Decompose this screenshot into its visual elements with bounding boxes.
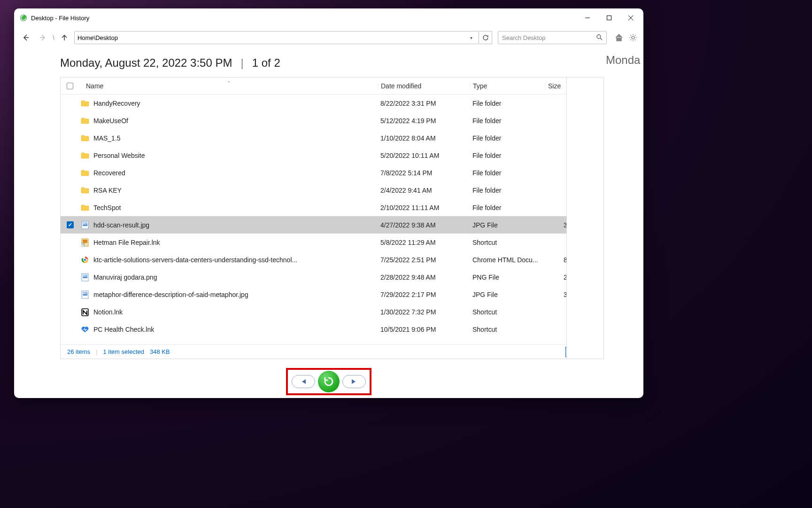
file-table: ⌃ Name Date modified Type Size HandyReco… bbox=[60, 77, 597, 359]
table-row[interactable]: Recovered7/8/2022 5:14 PMFile folder bbox=[61, 164, 596, 181]
up-button[interactable] bbox=[57, 31, 71, 45]
content-area: Monday, August 22, 2022 3:50 PM | 1 of 2… bbox=[14, 48, 643, 398]
file-type: Shortcut bbox=[470, 239, 545, 246]
select-all-checkbox[interactable] bbox=[67, 83, 73, 89]
minimize-button[interactable] bbox=[577, 10, 598, 25]
file-name: ktc-article-solutions-servers-data-cente… bbox=[91, 256, 378, 264]
table-row[interactable]: Manuviraj godara.png2/28/2022 9:48 AMPNG… bbox=[61, 268, 596, 286]
file-modified: 10/5/2021 9:06 PM bbox=[378, 326, 470, 333]
file-modified: 2/28/2022 9:48 AM bbox=[378, 274, 470, 281]
file-type: Shortcut bbox=[470, 308, 545, 316]
folder-icon bbox=[79, 152, 91, 159]
close-button[interactable] bbox=[620, 10, 642, 25]
snapshot-header: Monday, August 22, 2022 3:50 PM | 1 of 2… bbox=[14, 48, 643, 77]
column-date-modified[interactable]: Date modified bbox=[378, 82, 470, 90]
app-icon bbox=[20, 14, 27, 22]
next-snapshot-panel[interactable] bbox=[566, 77, 604, 359]
file-modified: 7/25/2022 2:51 PM bbox=[378, 256, 470, 264]
column-name[interactable]: ⌃ Name bbox=[79, 82, 378, 90]
file-type: JPG File bbox=[470, 291, 545, 298]
separator: \ bbox=[53, 34, 54, 41]
file-modified: 2/10/2022 11:11 AM bbox=[378, 204, 470, 211]
image-icon bbox=[79, 290, 91, 299]
svg-rect-2 bbox=[607, 16, 611, 20]
file-type: Shortcut bbox=[470, 326, 545, 333]
maximize-button[interactable] bbox=[598, 10, 620, 25]
restore-button[interactable] bbox=[318, 371, 340, 392]
refresh-button[interactable] bbox=[479, 31, 492, 44]
window-title: Desktop - File History bbox=[31, 15, 577, 22]
file-modified: 5/20/2022 10:11 AM bbox=[378, 152, 470, 159]
file-name: Hetman File Repair.lnk bbox=[91, 239, 378, 246]
sort-indicator-icon: ⌃ bbox=[227, 80, 231, 86]
folder-icon bbox=[79, 135, 91, 141]
header-divider: | bbox=[240, 56, 243, 70]
file-type: File folder bbox=[470, 187, 545, 194]
file-name: MakeUseOf bbox=[91, 117, 378, 125]
image-icon bbox=[79, 273, 91, 281]
gear-icon[interactable] bbox=[627, 32, 639, 43]
file-type: File folder bbox=[470, 117, 545, 125]
table-row[interactable]: Notion.lnk1/30/2022 7:32 PMShortcut3 KB bbox=[61, 303, 596, 320]
chrome-icon bbox=[79, 256, 91, 264]
file-modified: 8/22/2022 3:31 PM bbox=[378, 100, 470, 107]
file-type: File folder bbox=[470, 204, 545, 211]
folder-icon bbox=[79, 204, 91, 211]
table-row[interactable]: Personal Website5/20/2022 10:11 AMFile f… bbox=[61, 147, 596, 164]
folder-icon bbox=[79, 170, 91, 176]
next-snapshot-peek: Monda bbox=[606, 54, 643, 67]
file-modified: 5/12/2022 4:19 PM bbox=[378, 117, 470, 125]
file-type: PNG File bbox=[470, 274, 545, 281]
table-row[interactable]: MAS_1.51/10/2022 8:04 AMFile folder bbox=[61, 129, 596, 147]
file-name: TechSpot bbox=[91, 204, 378, 211]
file-modified: 5/8/2022 11:29 AM bbox=[378, 239, 470, 246]
file-type: JPG File bbox=[470, 221, 545, 229]
back-button[interactable] bbox=[19, 31, 33, 45]
search-icon bbox=[596, 34, 603, 42]
svg-line-8 bbox=[600, 38, 602, 40]
table-row[interactable]: RSA KEY2/4/2022 9:41 AMFile folder bbox=[61, 181, 596, 199]
file-modified: 7/8/2022 5:14 PM bbox=[378, 169, 470, 177]
table-row[interactable]: hdd-scan-result.jpg4/27/2022 9:38 AMJPG … bbox=[61, 216, 596, 234]
svg-point-7 bbox=[597, 35, 601, 39]
file-name: HandyRecovery bbox=[91, 100, 378, 107]
file-modified: 1/30/2022 7:32 PM bbox=[378, 308, 470, 316]
pchealth-icon bbox=[79, 325, 91, 334]
search-input[interactable]: Search Desktop bbox=[498, 31, 607, 44]
snapshot-date: Monday, August 22, 2022 3:50 PM bbox=[60, 56, 232, 70]
previous-version-button[interactable] bbox=[292, 375, 315, 388]
file-name: metaphor-difference-description-of-said-… bbox=[91, 291, 378, 298]
table-row[interactable]: Hetman File Repair.lnk5/8/2022 11:29 AMS… bbox=[61, 234, 596, 251]
file-name: Notion.lnk bbox=[91, 308, 378, 316]
file-type: File folder bbox=[470, 134, 545, 142]
table-row[interactable]: metaphor-difference-description-of-said-… bbox=[61, 286, 596, 303]
table-row[interactable]: TechSpot2/10/2022 11:11 AMFile folder bbox=[61, 199, 596, 216]
titlebar: Desktop - File History bbox=[14, 8, 643, 27]
file-name: RSA KEY bbox=[91, 187, 378, 194]
table-row[interactable]: HandyRecovery8/22/2022 3:31 PMFile folde… bbox=[61, 94, 596, 112]
address-bar[interactable]: Home\Desktop ▾ bbox=[74, 31, 479, 44]
table-row[interactable]: MakeUseOf5/12/2022 4:19 PMFile folder bbox=[61, 112, 596, 129]
window-controls bbox=[577, 10, 642, 25]
forward-button[interactable] bbox=[36, 31, 50, 45]
folder-icon bbox=[79, 100, 91, 107]
file-modified: 2/4/2022 9:41 AM bbox=[378, 187, 470, 194]
next-version-button[interactable] bbox=[342, 375, 366, 388]
home-icon[interactable] bbox=[613, 32, 625, 43]
file-modified: 7/29/2022 2:17 PM bbox=[378, 291, 470, 298]
address-text: Home\Desktop bbox=[77, 34, 466, 41]
folder-icon bbox=[79, 187, 91, 194]
table-row[interactable]: PC Health Check.lnk10/5/2021 9:06 PMShor… bbox=[61, 320, 596, 338]
file-name: Recovered bbox=[91, 169, 378, 177]
file-modified: 1/10/2022 8:04 AM bbox=[378, 134, 470, 142]
svg-rect-14 bbox=[83, 240, 87, 243]
column-type[interactable]: Type bbox=[470, 82, 545, 90]
table-row[interactable]: ktc-article-solutions-servers-data-cente… bbox=[61, 251, 596, 268]
file-name: PC Health Check.lnk bbox=[91, 326, 378, 333]
chevron-down-icon[interactable]: ▾ bbox=[466, 35, 476, 40]
snapshot-nav-controls bbox=[286, 368, 371, 395]
file-modified: 4/27/2022 9:38 AM bbox=[378, 221, 470, 229]
file-type: File folder bbox=[470, 169, 545, 177]
row-checkbox[interactable] bbox=[67, 221, 74, 228]
file-history-window: Desktop - File History \ Home\Desktop ▾ bbox=[14, 8, 643, 398]
